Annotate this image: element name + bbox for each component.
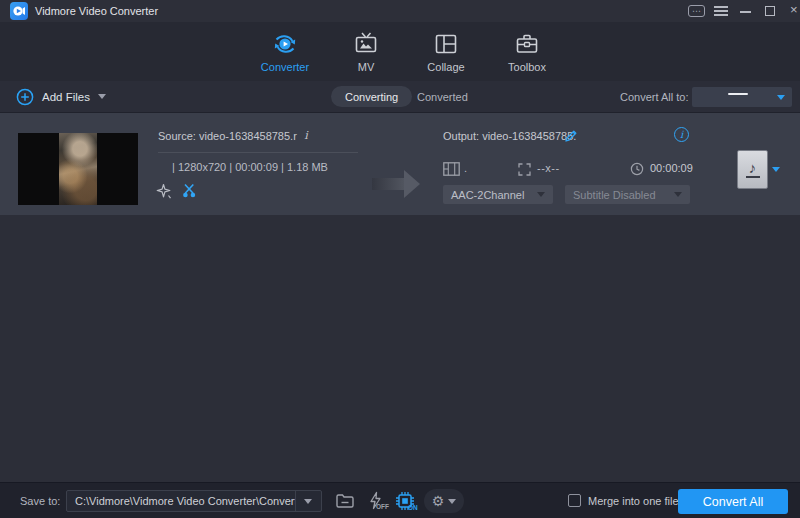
converter-icon: [272, 30, 298, 58]
merge-label: Merge into one file: [588, 483, 679, 518]
clock-icon: [630, 162, 644, 176]
source-filename: Source: video-1638458785.r: [158, 130, 297, 142]
save-path-caret[interactable]: [295, 491, 319, 511]
add-files-button[interactable]: Add Files: [16, 81, 106, 112]
edit-effects-button[interactable]: [155, 183, 172, 200]
settings-caret-icon: [448, 499, 456, 504]
source-info-icon[interactable]: i: [300, 129, 312, 142]
app-window: Vidmore Video Converter ⋯ × Converter: [0, 0, 800, 518]
convert-all-to-dropdown[interactable]: [692, 87, 792, 107]
tab-mv[interactable]: MV: [330, 30, 402, 73]
add-files-caret-icon: [98, 94, 106, 99]
output-format-hint: .: [464, 162, 467, 174]
format-baseline: [746, 176, 760, 178]
chevron-down-icon: [537, 192, 545, 197]
output-info-icon[interactable]: i: [674, 127, 689, 142]
mv-icon: [354, 30, 378, 58]
chevron-down-icon: [777, 95, 785, 100]
tab-toolbox[interactable]: Toolbox: [491, 30, 563, 73]
cut-button[interactable]: [181, 183, 198, 199]
tab-converted[interactable]: Converted: [417, 81, 468, 112]
tab-toolbox-label: Toolbox: [508, 61, 546, 73]
output-filename: Output: video-1638458785.: [443, 130, 576, 142]
save-path-field[interactable]: C:\Vidmore\Vidmore Video Converter\Conve…: [66, 490, 322, 512]
menu-icon[interactable]: [714, 6, 728, 16]
output-suffix: :: [551, 130, 554, 142]
title-bar: Vidmore Video Converter ⋯ ×: [0, 0, 800, 22]
divider: [158, 152, 358, 153]
subtitle-dropdown[interactable]: Subtitle Disabled: [565, 185, 690, 204]
add-files-label: Add Files: [42, 91, 90, 103]
output-resolution: --x--: [537, 162, 560, 174]
conversion-arrow-head: [404, 170, 420, 198]
open-folder-button[interactable]: [333, 489, 357, 513]
minimize-button[interactable]: [740, 11, 751, 13]
app-logo-icon: [10, 2, 28, 20]
audio-track-dropdown[interactable]: AAC-2Channel: [443, 185, 553, 204]
bottom-bar: Save to: C:\Vidmore\Vidmore Video Conver…: [0, 482, 800, 518]
resolution-icon: [518, 163, 531, 176]
save-to-label: Save to:: [20, 483, 60, 518]
tab-collage-label: Collage: [427, 61, 464, 73]
rename-button[interactable]: [563, 128, 579, 144]
settings-button[interactable]: ⚙: [424, 489, 464, 513]
subtitle-value: Subtitle Disabled: [573, 189, 656, 201]
maximize-button[interactable]: [765, 6, 775, 16]
format-caret-icon[interactable]: [772, 167, 780, 172]
output-format-button[interactable]: ♪: [737, 150, 768, 189]
tab-converter-label: Converter: [261, 61, 309, 73]
source-metadata: | 1280x720 | 00:00:09 | 1.18 MB: [172, 161, 328, 173]
add-circle-icon: [16, 88, 34, 106]
gear-icon: ⚙: [432, 494, 445, 508]
video-thumbnail: [18, 133, 138, 205]
chevron-down-icon: [674, 192, 682, 197]
tab-mv-label: MV: [358, 61, 375, 73]
save-path-value: C:\Vidmore\Vidmore Video Converter\Conve…: [67, 495, 295, 507]
close-button[interactable]: ×: [790, 2, 798, 17]
output-duration: 00:00:09: [650, 162, 693, 174]
magic-wand-icon: [155, 183, 172, 200]
audio-track-value: AAC-2Channel: [451, 189, 524, 201]
conversion-arrow-icon: [372, 178, 404, 190]
feedback-icon[interactable]: ⋯: [688, 5, 705, 17]
media-item-row[interactable]: Source: video-1638458785.r i | 1280x720 …: [0, 113, 800, 215]
folder-icon: [335, 492, 355, 510]
music-note-icon: ♪: [749, 161, 757, 175]
collage-icon: [434, 30, 458, 58]
gpu-acceleration-on-button[interactable]: ON: [393, 489, 417, 513]
tab-converting[interactable]: Converting: [331, 86, 412, 107]
pencil-icon: [563, 128, 579, 144]
toolbar: Add Files Converting Converted Convert A…: [0, 81, 800, 113]
hw-acceleration-off-button[interactable]: OFF: [363, 489, 387, 513]
toolbox-icon: [515, 30, 539, 58]
hw-on-tag: ON: [408, 504, 418, 511]
merge-checkbox[interactable]: [568, 494, 581, 507]
main-nav: Converter MV Collage: [0, 22, 800, 81]
tab-converter[interactable]: Converter: [249, 30, 321, 73]
thumbnail-image: [59, 133, 97, 205]
convert-all-button[interactable]: Convert All: [678, 489, 788, 514]
film-strip-icon: [443, 162, 460, 176]
hw-off-tag: OFF: [376, 503, 389, 510]
scissors-icon: [181, 183, 198, 199]
format-dash-icon: [728, 93, 748, 95]
window-title: Vidmore Video Converter: [35, 0, 158, 22]
convert-all-to-label: Convert All to:: [620, 81, 688, 112]
tab-collage[interactable]: Collage: [410, 30, 482, 73]
